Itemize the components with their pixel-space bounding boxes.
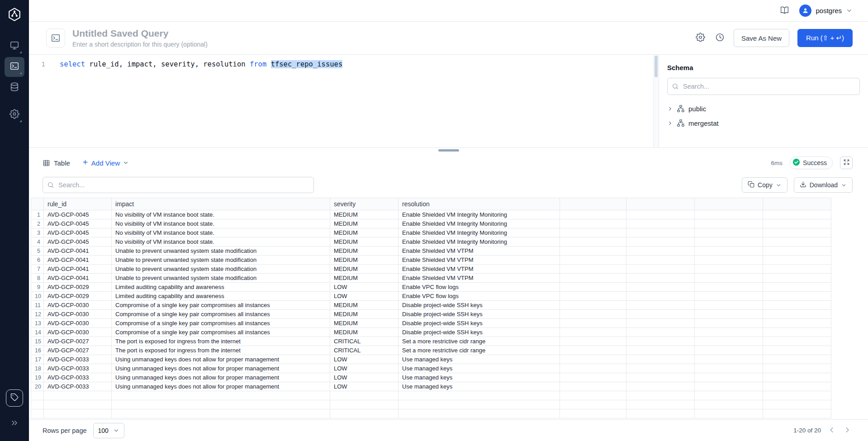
table-row: 20AVD-GCP-0033Using unmanaged keys does … [31,382,868,391]
table-row: 13AVD-GCP-0030Compromise of a single key… [31,319,868,328]
table-cell: MEDIUM [330,210,398,219]
results-search-input[interactable] [43,177,314,193]
sidebar-collapse-button[interactable] [5,414,24,434]
empty-cell [626,283,695,292]
add-view-button[interactable]: Add View [82,159,129,167]
editor-scrollbar[interactable] [653,55,659,147]
empty-cell [626,301,695,310]
table-cell: AVD-GCP-0041 [44,274,112,283]
docs-button[interactable] [779,5,790,17]
empty-cell [560,364,626,373]
empty-column-header [626,198,695,210]
chevron-right-icon[interactable] [667,106,673,112]
query-description-placeholder[interactable]: Enter a short description for this query… [72,41,208,48]
sidebar-item-queries[interactable] [5,57,24,77]
terminal-icon [9,61,19,73]
results-toolbar: Table Add View 6ms [29,153,868,172]
rows-per-page-select[interactable]: 100 [93,423,124,438]
table-cell: Compromise of a single key pair compromi… [112,301,330,310]
empty-cell [560,283,626,292]
table-cell: MEDIUM [330,237,398,247]
table-cell: AVD-GCP-0045 [44,237,112,247]
table-cell: AVD-GCP-0027 [44,346,112,355]
table-cell: Unable to prevent unwanted system state … [112,256,330,265]
chevron-right-icon [843,426,852,436]
query-duration: 6ms [771,160,783,166]
previous-page-button[interactable] [826,425,837,436]
empty-cell [763,346,831,355]
chevron-left-icon [827,426,836,436]
table-cell: LOW [330,364,398,373]
search-icon [672,83,679,90]
resize-grip[interactable] [438,149,459,152]
empty-cell [626,373,695,382]
schema-tree-item-mergestat[interactable]: mergestat [667,116,860,130]
empty-cell [626,210,695,219]
open-book-icon [780,5,789,16]
next-page-button[interactable] [842,425,853,436]
empty-cell [560,355,626,364]
save-as-new-button[interactable]: Save As New [734,29,789,47]
schema-search-input[interactable] [667,78,860,95]
column-header-rule_id[interactable]: rule_id [44,198,112,210]
copy-button[interactable]: Copy [742,177,787,193]
table-cell [330,391,398,400]
fullscreen-button[interactable] [840,156,853,169]
query-history-button[interactable] [714,32,726,44]
sidebar-item-data[interactable] [5,78,24,98]
empty-cell [560,346,626,355]
table-header-row: rule_idimpactseverityresolution [31,198,868,210]
results-section: Table Add View 6ms [29,153,868,441]
table-cell: MEDIUM [330,256,398,265]
download-button[interactable]: Download [794,177,853,193]
sidebar-item-tags[interactable] [6,389,23,407]
column-header-severity[interactable]: severity [330,198,398,210]
tab-table[interactable]: Table [43,159,70,167]
scrollbar-thumb[interactable] [655,56,658,77]
chevron-right-icon[interactable] [667,120,673,126]
empty-cell [695,274,763,283]
table-cell: CRITICAL [330,337,398,346]
run-query-button[interactable]: Run (⇧ + ↵) [797,29,853,47]
empty-cell [695,228,763,237]
panel-resize-splitter[interactable] [29,147,868,153]
empty-cell [763,292,831,301]
empty-cell [626,237,695,247]
copy-icon [748,181,754,189]
sql-token-keyword: from [250,60,266,68]
clock-history-icon [715,33,725,43]
schema-node-icon [677,119,685,127]
table-cell: Enable VPC flow logs [398,292,560,301]
empty-cell [831,210,868,219]
user-menu[interactable]: postgres [799,5,853,17]
sql-editor[interactable]: 1 select rule_id, impact, severity, reso… [29,55,659,147]
table-cell: Compromise of a single key pair compromi… [112,319,330,328]
mergestat-logo-icon[interactable] [0,0,29,29]
sidebar-item-repos[interactable] [5,36,24,56]
chevron-down-icon [841,182,847,188]
table-cell: Enable Shielded VM Integrity Monitoring [398,219,560,228]
table-row: 5AVD-GCP-0041Unable to prevent unwanted … [31,247,868,256]
table-cell: Unable to prevent unwanted system state … [112,265,330,274]
table-cell [44,400,112,409]
row-number: 9 [31,283,44,292]
table-row: 11AVD-GCP-0030Compromise of a single key… [31,301,868,310]
code-line: 1 select rule_id, impact, severity, reso… [29,58,659,70]
empty-cell [695,256,763,265]
table-cell: Enable Shielded VM Integrity Monitoring [398,228,560,237]
empty-column-header [560,198,626,210]
empty-cell [695,382,763,391]
table-cell: Unable to prevent unwanted system state … [112,247,330,256]
query-title[interactable]: Untitled Saved Query [72,28,208,39]
schema-tree-item-public[interactable]: public [667,101,860,116]
download-label: Download [810,181,838,189]
empty-cell [831,274,868,283]
empty-cell [831,237,868,247]
table-cell: Disable project-wide SSH keys [398,310,560,319]
column-header-impact[interactable]: impact [112,198,330,210]
table-cell: No visibility of VM instance boot state. [112,210,330,219]
column-header-resolution[interactable]: resolution [398,198,560,210]
query-settings-button[interactable] [695,32,706,44]
sidebar-item-settings[interactable] [5,105,24,125]
table-cell [112,391,330,400]
